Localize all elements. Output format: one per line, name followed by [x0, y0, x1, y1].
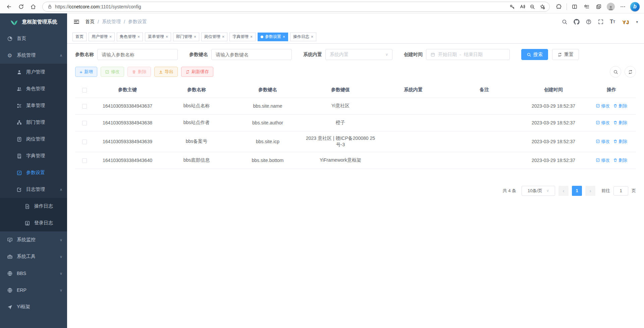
filter-form: 参数名称 参数键名 系统内置 系统内置 ∨ 创建时间 [75, 49, 636, 60]
help-icon[interactable] [586, 19, 592, 25]
row-edit-link[interactable]: 修改 [596, 139, 610, 145]
param-name-input[interactable] [97, 49, 178, 60]
row-checkbox[interactable] [82, 140, 87, 144]
tab-close-icon[interactable]: × [283, 35, 285, 39]
tab-post-mgmt[interactable]: 岗位管理× [201, 33, 227, 41]
row-edit-link[interactable]: 修改 [596, 103, 610, 109]
header-search-icon[interactable] [561, 19, 568, 25]
tab-close-icon[interactable]: × [194, 35, 196, 39]
tab-user-mgmt[interactable]: 用户管理× [89, 33, 115, 41]
sidebar-item-user-mgmt[interactable]: 用户管理 [0, 64, 67, 80]
tab-config[interactable]: 参数设置× [258, 33, 288, 41]
sidebar-item-monitor[interactable]: 系统监控 ∨ [0, 231, 67, 248]
breadcrumb-home[interactable]: 首页 [85, 19, 95, 25]
back-icon[interactable] [3, 1, 15, 12]
sidebar-item-tools[interactable]: 系统工具 ∨ [0, 248, 67, 265]
tab-close-icon[interactable]: × [109, 35, 112, 39]
delete-button[interactable]: 删除 [127, 67, 151, 77]
sidebar-item-role-mgmt[interactable]: 角色管理 [0, 80, 67, 97]
tab-menu-mgmt[interactable]: 菜单管理× [145, 33, 171, 41]
caret-down-icon[interactable]: ▾ [636, 20, 638, 24]
col-remark: 备注 [449, 82, 520, 98]
row-edit-link[interactable]: 修改 [596, 157, 610, 163]
sidebar-item-dict-mgmt[interactable]: 字典管理 [0, 148, 67, 164]
home-icon[interactable] [28, 1, 39, 12]
sidebar-item-erp[interactable]: ERP ∨ [0, 282, 67, 298]
favorite-add-icon[interactable] [537, 1, 547, 12]
page-size-select[interactable]: 10条/页∨ [522, 186, 555, 196]
goto-page-input[interactable]: 1 [613, 186, 628, 196]
tab-close-icon[interactable]: × [138, 35, 140, 39]
sidebar-item-config[interactable]: 参数设置 [0, 164, 67, 181]
sidebar-item-login-log[interactable]: 登录日志 [0, 215, 67, 231]
sidebar-item-log-mgmt[interactable]: 日志管理 ∧ [0, 181, 67, 198]
select-all-checkbox[interactable] [82, 88, 87, 93]
sidebar-item-menu-mgmt[interactable]: 菜单管理 [0, 97, 67, 114]
tab-home[interactable]: 首页 [72, 33, 87, 41]
refresh-cache-button[interactable]: 刷新缓存 [181, 67, 213, 77]
tab-role-mgmt[interactable]: 角色管理× [117, 33, 143, 41]
next-page-button[interactable]: › [585, 186, 595, 196]
range-separator: - [460, 52, 461, 57]
collections-icon[interactable] [593, 1, 604, 12]
add-button[interactable]: +新增 [75, 67, 97, 77]
row-edit-link[interactable]: 修改 [596, 120, 610, 126]
date-range-picker[interactable]: 开始日期 - 结束日期 [426, 49, 510, 60]
reset-button[interactable]: 重置 [552, 49, 579, 60]
prev-page-button[interactable]: ‹ [558, 186, 569, 196]
builtin-select[interactable]: 系统内置 ∨ [325, 49, 392, 60]
globe-icon [7, 271, 13, 276]
tab-close-icon[interactable]: × [166, 35, 168, 39]
search-button[interactable]: 搜索 [521, 49, 548, 60]
font-size-icon[interactable]: TT [610, 19, 615, 25]
sidebar-item-bbs[interactable]: BBS ∨ [0, 265, 67, 282]
fullscreen-icon[interactable] [598, 19, 604, 25]
row-delete-link[interactable]: 删除 [613, 139, 627, 145]
tab-op-log[interactable]: 操作日志× [290, 33, 316, 41]
param-key-input[interactable] [211, 49, 292, 60]
sidebar-toggle-icon[interactable] [73, 18, 80, 25]
book-icon [16, 153, 22, 159]
row-delete-link[interactable]: 删除 [613, 103, 627, 109]
row-delete-link[interactable]: 删除 [613, 120, 627, 126]
favorites-bar-icon[interactable] [581, 1, 592, 12]
tab-dept-mgmt[interactable]: 部门管理× [173, 33, 199, 41]
table-row: 1641030593384943639 bbs备案号 bbs.site.icp … [75, 131, 636, 152]
sidebar-item-dept-mgmt[interactable]: 部门管理 [0, 114, 67, 131]
tab-close-icon[interactable]: × [311, 35, 313, 39]
row-checkbox[interactable] [82, 104, 87, 109]
chevron-up-icon: ∧ [60, 53, 62, 58]
read-aloud-icon[interactable] [517, 1, 527, 12]
refresh-table-button[interactable] [625, 66, 636, 77]
page-1-button[interactable]: 1 [572, 186, 582, 196]
password-key-icon[interactable] [507, 1, 517, 12]
row-checkbox[interactable] [82, 121, 87, 125]
split-screen-icon[interactable] [569, 1, 580, 12]
zoom-out-icon[interactable] [527, 1, 537, 12]
address-bar[interactable]: https://ccnetcore.com:1101/system/config [42, 2, 550, 12]
end-date: 结束日期 [464, 52, 483, 58]
user-logo[interactable]: YJ [621, 19, 630, 25]
sidebar-item-op-log[interactable]: 操作日志 [0, 198, 67, 215]
tab-dict-mgmt[interactable]: 字典管理× [229, 33, 256, 41]
show-search-toggle-button[interactable] [610, 66, 621, 77]
export-button[interactable]: 导出 [154, 67, 178, 77]
bing-chat-icon[interactable]: b [629, 1, 641, 12]
config-table: 参数主键 参数名称 参数键名 参数键值 系统内置 备注 创建时间 操作 1641… [75, 82, 636, 169]
browser-toolbar: https://ccnetcore.com:1101/system/config… [0, 0, 644, 13]
row-checkbox[interactable] [82, 158, 87, 163]
sidebar-item-system-mgmt[interactable]: ⚙ 系统管理 ∧ [0, 47, 67, 64]
extensions-icon[interactable] [553, 1, 565, 12]
sidebar-item-yi-framework[interactable]: Yi框架 [0, 298, 67, 315]
row-delete-link[interactable]: 删除 [613, 157, 627, 163]
profile-avatar[interactable] [605, 1, 616, 12]
sidebar-item-post-mgmt[interactable]: 岗位管理 [0, 131, 67, 148]
sidebar-item-home[interactable]: 首页 [0, 30, 67, 47]
edit-button[interactable]: 修改 [101, 67, 124, 77]
github-icon[interactable] [574, 19, 580, 25]
refresh-icon[interactable] [15, 1, 27, 12]
tab-close-icon[interactable]: × [250, 35, 253, 39]
browser-menu-icon[interactable] [617, 1, 629, 12]
goto-label: 前往 [601, 188, 610, 194]
tab-close-icon[interactable]: × [222, 35, 224, 39]
